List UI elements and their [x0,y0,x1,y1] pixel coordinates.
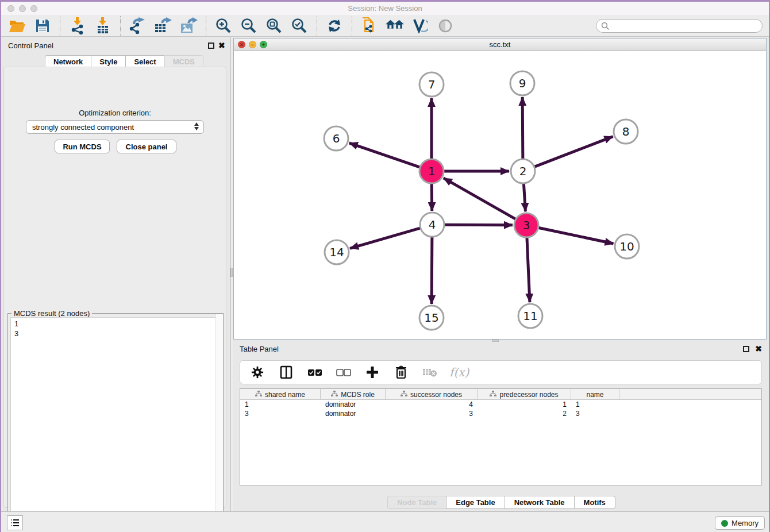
tree-hierarchy-icon [490,391,496,399]
column-header-predecessor-nodes[interactable]: predecessor nodes [478,389,571,400]
import-table-icon[interactable] [94,17,112,35]
task-history-button[interactable] [7,515,23,530]
graph-node-label-10: 10 [619,240,634,253]
column-header-label: MCDS role [341,391,375,399]
column-header-label: shared name [265,391,305,399]
window-title: Session: New Session [0,4,770,13]
edge-3-10[interactable] [539,228,614,244]
export-image-icon[interactable] [179,17,198,35]
deselect-all-icon[interactable] [334,363,353,381]
close-table-panel-icon[interactable]: ✖ [755,344,762,353]
tab-node-table[interactable]: Node Table [387,496,446,509]
table-panel-title: Table Panel [240,345,279,353]
table-cell[interactable]: dominator [321,409,386,418]
select-all-icon[interactable] [306,363,324,381]
edge-3-1[interactable] [444,178,515,219]
export-network-icon[interactable] [129,17,147,35]
tree-hierarchy-icon [255,391,262,399]
table-row-1[interactable]: 3dominator323 [240,409,761,418]
list-icon [10,519,20,527]
table-cell[interactable]: dominator [321,400,386,409]
table-toolbar: f(x) [240,360,762,384]
edge-1-6[interactable] [349,143,419,167]
main-toolbar [0,15,770,37]
search-icon [601,22,610,30]
graph-node-label-14: 14 [329,245,344,259]
tree-hierarchy-icon [401,391,407,399]
table-row-0[interactable]: 1dominator411 [240,400,761,409]
network-window: ✕ − + scc.txt 7968124314101511 [233,38,767,340]
table-cell[interactable]: 1 [240,400,321,409]
close-panel-icon[interactable]: ✖ [218,41,225,50]
delete-column-icon[interactable] [392,363,410,381]
zoom-out-icon[interactable] [240,17,258,35]
save-session-icon[interactable] [33,17,52,35]
mcds-result-text[interactable]: 1 3 [10,317,221,529]
table-cell[interactable]: 3 [571,409,619,418]
mcds-result-scrollbar[interactable] [215,314,223,531]
graph-node-label-3: 3 [523,218,530,232]
tree-hierarchy-icon [331,391,338,399]
tab-motifs[interactable]: Motifs [574,496,615,509]
network-graph[interactable]: 7968124314101511 [234,51,766,339]
open-file-icon[interactable] [8,17,26,35]
graph-node-label-6: 6 [333,132,340,145]
column-header-MCDS-role[interactable]: MCDS role [321,389,386,400]
network-window-titlebar[interactable]: ✕ − + scc.txt [234,38,766,51]
network-canvas[interactable]: 7968124314101511 [234,51,766,339]
zoom-selected-icon[interactable] [290,17,309,35]
edge-2-9[interactable] [522,97,523,159]
show-columns-icon[interactable] [277,363,295,381]
table-cell[interactable]: 2 [478,409,571,418]
criterion-select[interactable]: strongly connected component [26,120,204,134]
table-cell[interactable]: 3 [386,409,478,418]
search-input[interactable] [596,19,763,33]
table-cell[interactable]: 1 [478,400,571,409]
add-column-icon[interactable] [363,363,382,381]
mcds-panel: Optimization criterion: strongly connect… [3,67,226,508]
tab-edge-table[interactable]: Edge Table [446,496,504,509]
edge-2-8[interactable] [535,137,613,167]
table-cell[interactable]: 3 [240,409,321,418]
edge-3-11[interactable] [527,238,530,302]
edge-4-15[interactable] [432,237,432,304]
column-header-successor-nodes[interactable]: successor nodes [386,389,478,400]
edge-1-4[interactable] [432,184,432,211]
export-table-icon[interactable] [154,17,172,35]
graph-node-label-9: 9 [519,76,526,90]
close-panel-button[interactable]: Close panel [117,140,176,153]
table-settings-gear-icon[interactable] [248,363,267,381]
zoom-in-icon[interactable] [214,17,233,35]
edge-2-3[interactable] [523,184,525,211]
delete-table-icon-disabled [421,363,439,381]
edge-4-3[interactable] [445,225,513,225]
column-header-shared-name[interactable]: shared name [240,389,321,400]
memory-button[interactable]: Memory [715,516,765,530]
edge-4-14[interactable] [350,228,420,248]
refresh-icon[interactable] [325,17,344,35]
import-network-icon[interactable] [68,17,87,35]
app-window: Session: New Session [0,0,770,532]
float-panel-icon[interactable] [208,43,214,49]
column-header-label: name [586,391,603,399]
tab-network-table[interactable]: Network Table [505,496,574,509]
table-header-row: shared nameMCDS rolesuccessor nodesprede… [240,389,761,400]
home-icon[interactable] [386,17,404,35]
node-table[interactable]: shared nameMCDS rolesuccessor nodesprede… [240,388,762,485]
mcds-result-fieldset: MCDS result (2 nodes) 1 3 [7,313,224,531]
network-overview-icon[interactable] [360,17,379,35]
zoom-fit-icon[interactable] [265,17,283,35]
float-table-panel-icon[interactable] [743,346,749,352]
splitter-handle[interactable] [230,268,233,277]
control-panel: Control Panel ✖ Network Style Select MCD… [0,37,230,511]
run-mcds-button[interactable]: Run MCDS [55,140,110,153]
window-border [0,0,770,2]
hide-eye-icon[interactable] [436,17,455,35]
optimization-criterion-label: Optimization criterion: [4,109,226,117]
criterion-value: strongly connected component [32,123,134,132]
table-cell[interactable]: 1 [571,400,619,409]
column-header-name[interactable]: name [571,389,619,400]
graph-node-label-11: 11 [523,309,537,323]
table-cell[interactable]: 4 [386,400,478,409]
apply-style-icon[interactable] [411,17,429,35]
